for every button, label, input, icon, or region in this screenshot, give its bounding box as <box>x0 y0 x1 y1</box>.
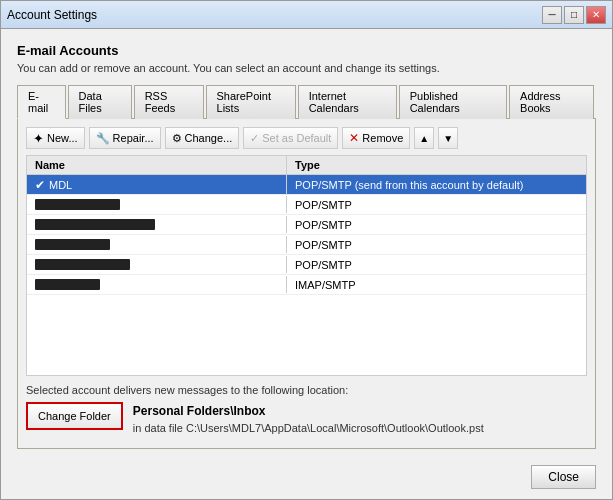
repair-label: Repair... <box>113 132 154 144</box>
remove-label: Remove <box>362 132 403 144</box>
up-arrow-icon: ▲ <box>419 133 429 144</box>
restore-button[interactable]: □ <box>564 6 584 24</box>
tabs-container: E-mail Data Files RSS Feeds SharePoint L… <box>17 84 596 119</box>
change-icon: ⚙ <box>172 132 182 145</box>
row-type-cell: POP/SMTP <box>287 196 586 214</box>
footer-row: Change Folder Personal Folders\Inbox in … <box>26 402 587 437</box>
minimize-button[interactable]: ─ <box>542 6 562 24</box>
move-up-button[interactable]: ▲ <box>414 127 434 149</box>
footer-area: Selected account delivers new messages t… <box>26 376 587 441</box>
table-row[interactable]: ✔ MDL POP/SMTP (send from this account b… <box>27 175 586 195</box>
table-row[interactable]: POP/SMTP <box>27 255 586 275</box>
section-title: E-mail Accounts <box>17 43 596 58</box>
table-row[interactable]: IMAP/SMTP <box>27 275 586 295</box>
window-title: Account Settings <box>7 8 97 22</box>
header-type: Type <box>287 156 586 174</box>
dialog-close-button[interactable]: Close <box>531 465 596 489</box>
tab-internet-calendars[interactable]: Internet Calendars <box>298 85 397 119</box>
row-name-cell <box>27 276 287 293</box>
table-header: Name Type <box>27 156 586 175</box>
repair-button[interactable]: 🔧 Repair... <box>89 127 161 149</box>
bottom-bar: Close <box>1 459 612 499</box>
move-down-button[interactable]: ▼ <box>438 127 458 149</box>
default-check-icon: ✔ <box>35 178 45 192</box>
row-type-cell: POP/SMTP <box>287 216 586 234</box>
remove-button[interactable]: ✕ Remove <box>342 127 410 149</box>
table-row[interactable]: POP/SMTP <box>27 235 586 255</box>
change-button[interactable]: ⚙ Change... <box>165 127 240 149</box>
new-icon: ✦ <box>33 131 44 146</box>
row-name-cell <box>27 216 287 233</box>
row-type-cell: IMAP/SMTP <box>287 276 586 294</box>
row-type-cell: POP/SMTP <box>287 256 586 274</box>
tab-rss-feeds[interactable]: RSS Feeds <box>134 85 204 119</box>
down-arrow-icon: ▼ <box>443 133 453 144</box>
row-type-cell: POP/SMTP <box>287 236 586 254</box>
row-name-cell <box>27 196 287 213</box>
title-bar: Account Settings ─ □ ✕ <box>1 1 612 29</box>
main-content: E-mail Accounts You can add or remove an… <box>1 29 612 459</box>
tab-sharepoint[interactable]: SharePoint Lists <box>206 85 296 119</box>
footer-info: Personal Folders\Inbox in data file C:\U… <box>133 402 484 437</box>
redacted-name <box>35 199 120 210</box>
folder-name: Personal Folders\Inbox <box>133 402 484 420</box>
section-description: You can add or remove an account. You ca… <box>17 62 596 74</box>
redacted-name <box>35 279 100 290</box>
file-path: in data file C:\Users\MDL7\AppData\Local… <box>133 420 484 437</box>
row-name-cell <box>27 256 287 273</box>
account-name: MDL <box>49 179 72 191</box>
close-window-button[interactable]: ✕ <box>586 6 606 24</box>
account-settings-window: Account Settings ─ □ ✕ E-mail Accounts Y… <box>0 0 613 500</box>
set-default-label: Set as Default <box>262 132 331 144</box>
set-default-button[interactable]: ✓ Set as Default <box>243 127 338 149</box>
change-label: Change... <box>185 132 233 144</box>
set-default-icon: ✓ <box>250 132 259 145</box>
header-name: Name <box>27 156 287 174</box>
repair-icon: 🔧 <box>96 132 110 145</box>
row-type-cell: POP/SMTP (send from this account by defa… <box>287 176 586 194</box>
accounts-table: Name Type ✔ MDL POP/SMTP (send from this… <box>26 155 587 376</box>
new-label: New... <box>47 132 78 144</box>
footer-label: Selected account delivers new messages t… <box>26 384 587 396</box>
redacted-name <box>35 239 110 250</box>
table-row[interactable]: POP/SMTP <box>27 195 586 215</box>
redacted-name <box>35 259 130 270</box>
change-folder-button[interactable]: Change Folder <box>26 402 123 430</box>
row-name-cell <box>27 236 287 253</box>
new-button[interactable]: ✦ New... <box>26 127 85 149</box>
remove-icon: ✕ <box>349 131 359 145</box>
tab-address-books[interactable]: Address Books <box>509 85 594 119</box>
tab-email[interactable]: E-mail <box>17 85 66 119</box>
tab-data-files[interactable]: Data Files <box>68 85 132 119</box>
row-name-cell: ✔ MDL <box>27 175 287 195</box>
tab-panel-email: ✦ New... 🔧 Repair... ⚙ Change... ✓ Set a… <box>17 119 596 449</box>
table-row[interactable]: POP/SMTP <box>27 215 586 235</box>
email-toolbar: ✦ New... 🔧 Repair... ⚙ Change... ✓ Set a… <box>26 127 587 149</box>
tab-published-calendars[interactable]: Published Calendars <box>399 85 507 119</box>
change-folder-label: Change Folder <box>38 410 111 422</box>
title-bar-buttons: ─ □ ✕ <box>542 6 606 24</box>
redacted-name <box>35 219 155 230</box>
